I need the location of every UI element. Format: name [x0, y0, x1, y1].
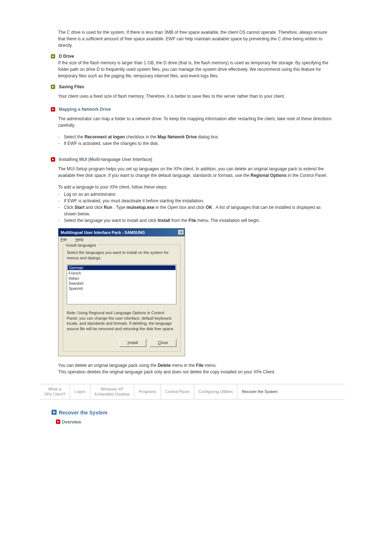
mui-p2: To add a language to your XPe client, fo…	[58, 184, 334, 190]
section-title: Recover the System	[59, 410, 107, 416]
list-item[interactable]: Swedish	[67, 281, 176, 286]
mapping-list: -Select the Reconnect at logon checkbox …	[58, 134, 334, 147]
list-item: If EWF is activated, save the changes to…	[64, 140, 334, 147]
list-item: Select the language you want to install …	[64, 217, 334, 224]
intro-paragraph: The C drive is used for the system. If t…	[58, 29, 334, 49]
tab-windows-xp-embedded-desktop[interactable]: Windows XPEmbedded Desktop	[90, 384, 135, 399]
mui-steps: -Log on as an administrator. -If EWF is …	[58, 191, 334, 224]
after-dialog-text: You can delete an original language pack…	[58, 362, 334, 375]
tab-configuring-utilities[interactable]: Configuring Utilities	[194, 384, 238, 399]
dialog-titlebar: Multilingual User Interface Pack - SAMSU…	[58, 228, 185, 236]
list-item: Select the Reconnect at logon checkbox i…	[64, 134, 334, 140]
list-item[interactable]: German	[68, 265, 176, 270]
section-tabs: What isXPe Client? Logon Windows XPEmbed…	[40, 384, 345, 400]
tab-logon[interactable]: Logon	[70, 384, 90, 399]
tab-control-panel[interactable]: Control Panel	[161, 384, 194, 399]
mapping-intro: The administrator can map a folder to a …	[58, 116, 334, 129]
bullet-icon	[51, 54, 57, 58]
list-item[interactable]: French	[67, 271, 176, 276]
list-item[interactable]: Italian	[67, 276, 176, 281]
menu-file[interactable]: File	[61, 237, 71, 242]
tab-programs[interactable]: Programs	[134, 384, 161, 399]
dialog-title: Multilingual User Interface Pack - SAMSU…	[61, 230, 145, 235]
ddrive-text: If the size of the flash memory is large…	[58, 60, 334, 79]
overview-heading: Overview	[62, 420, 81, 425]
bullet-icon-red	[51, 107, 57, 112]
mui-dialog: Multilingual User Interface Pack - SAMSU…	[58, 228, 185, 356]
dialog-note: Note: Using Regional and Language Option…	[67, 310, 176, 332]
close-icon[interactable]: ✕	[178, 230, 184, 235]
section-icon	[52, 410, 57, 416]
ddrive-heading: D Drive	[59, 54, 74, 59]
mapping-heading: Mapping a Network Drive	[59, 107, 111, 112]
list-item: Click Start and click Run . Type muisetu…	[64, 204, 334, 217]
mui-p1: The MUI Setup program helps you set up l…	[58, 166, 334, 179]
dialog-menubar: File Help	[58, 236, 185, 242]
menu-help[interactable]: Help	[75, 237, 87, 242]
install-button[interactable]: Install	[119, 339, 146, 347]
list-item: If EWF is activated, you must deactivate…	[64, 198, 334, 204]
saving-text: Your client uses a fixed size of flash m…	[58, 93, 334, 100]
dialog-instruction: Select the languages you want to install…	[67, 250, 176, 261]
bullet-icon-red	[51, 157, 57, 162]
saving-heading: Saving Files	[59, 84, 84, 89]
bullet-icon	[51, 85, 57, 89]
close-button[interactable]: Close	[150, 339, 176, 347]
install-languages-legend: Install languages	[65, 243, 97, 247]
language-listbox[interactable]: German French Italian Swedish Spanish	[67, 264, 176, 304]
tab-recover-the-system[interactable]: Recover the System	[237, 384, 282, 399]
list-item: Log on as an administrator.	[64, 191, 334, 198]
tab-what-is-xpe-client[interactable]: What isXPe Client?	[40, 384, 70, 399]
bullet-icon-red	[56, 420, 60, 425]
mui-heading: Installing MUI (Multi-language User Inte…	[59, 157, 152, 162]
list-item[interactable]: Spanish	[67, 286, 176, 291]
